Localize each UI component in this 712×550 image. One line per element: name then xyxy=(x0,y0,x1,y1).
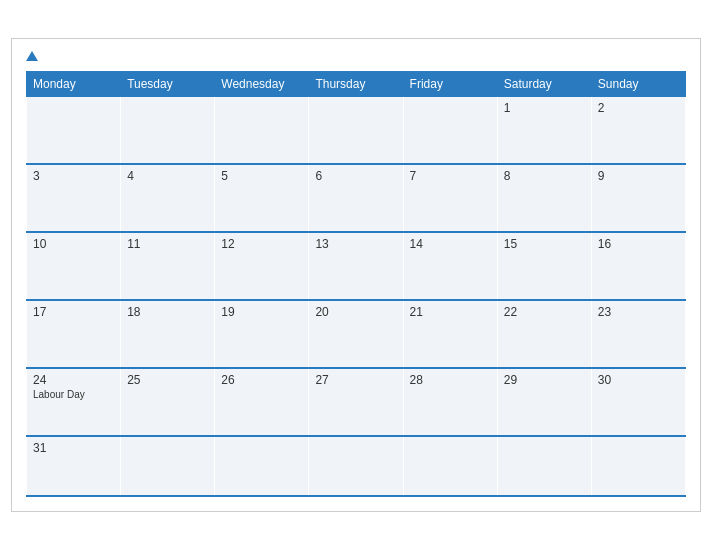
logo-area xyxy=(26,51,40,61)
calendar-cell: 9 xyxy=(591,164,685,232)
day-number: 3 xyxy=(33,169,114,183)
calendar-cell: 4 xyxy=(121,164,215,232)
calendar-cell: 7 xyxy=(403,164,497,232)
calendar-cell: 31 xyxy=(27,436,121,496)
calendar-cell xyxy=(403,436,497,496)
calendar-cell: 28 xyxy=(403,368,497,436)
day-number: 12 xyxy=(221,237,302,251)
day-number: 30 xyxy=(598,373,679,387)
calendar-cell xyxy=(403,96,497,164)
logo-triangle-icon xyxy=(26,51,38,61)
calendar-cell: 21 xyxy=(403,300,497,368)
day-number: 19 xyxy=(221,305,302,319)
week-row-3: 17181920212223 xyxy=(27,300,686,368)
calendar-cell xyxy=(27,96,121,164)
weekday-header-tuesday: Tuesday xyxy=(121,71,215,96)
calendar-cell xyxy=(591,436,685,496)
calendar-wrapper: MondayTuesdayWednesdayThursdayFridaySatu… xyxy=(11,38,701,513)
calendar-cell xyxy=(309,436,403,496)
calendar-grid: MondayTuesdayWednesdayThursdayFridaySatu… xyxy=(26,71,686,498)
holiday-label: Labour Day xyxy=(33,389,114,400)
day-number: 4 xyxy=(127,169,208,183)
calendar-cell xyxy=(121,436,215,496)
week-row-4: 24Labour Day252627282930 xyxy=(27,368,686,436)
day-number: 24 xyxy=(33,373,114,387)
weekday-header-sunday: Sunday xyxy=(591,71,685,96)
weekday-header-row: MondayTuesdayWednesdayThursdayFridaySatu… xyxy=(27,71,686,96)
calendar-cell: 16 xyxy=(591,232,685,300)
calendar-cell: 14 xyxy=(403,232,497,300)
week-row-1: 3456789 xyxy=(27,164,686,232)
calendar-cell: 30 xyxy=(591,368,685,436)
calendar-cell xyxy=(497,436,591,496)
day-number: 21 xyxy=(410,305,491,319)
calendar-cell: 24Labour Day xyxy=(27,368,121,436)
calendar-cell xyxy=(309,96,403,164)
calendar-cell xyxy=(215,436,309,496)
week-row-5: 31 xyxy=(27,436,686,496)
day-number: 7 xyxy=(410,169,491,183)
calendar-cell: 25 xyxy=(121,368,215,436)
calendar-cell: 26 xyxy=(215,368,309,436)
calendar-cell: 27 xyxy=(309,368,403,436)
calendar-cell: 5 xyxy=(215,164,309,232)
day-number: 8 xyxy=(504,169,585,183)
calendar-cell: 20 xyxy=(309,300,403,368)
day-number: 5 xyxy=(221,169,302,183)
weekday-header-wednesday: Wednesday xyxy=(215,71,309,96)
day-number: 13 xyxy=(315,237,396,251)
calendar-cell: 10 xyxy=(27,232,121,300)
calendar-cell: 15 xyxy=(497,232,591,300)
weekday-header-saturday: Saturday xyxy=(497,71,591,96)
calendar-cell: 12 xyxy=(215,232,309,300)
week-row-2: 10111213141516 xyxy=(27,232,686,300)
calendar-cell: 13 xyxy=(309,232,403,300)
calendar-cell: 29 xyxy=(497,368,591,436)
day-number: 22 xyxy=(504,305,585,319)
calendar-cell: 23 xyxy=(591,300,685,368)
day-number: 20 xyxy=(315,305,396,319)
day-number: 15 xyxy=(504,237,585,251)
day-number: 18 xyxy=(127,305,208,319)
day-number: 2 xyxy=(598,101,679,115)
day-number: 11 xyxy=(127,237,208,251)
calendar-cell: 6 xyxy=(309,164,403,232)
calendar-cell: 11 xyxy=(121,232,215,300)
week-row-0: 12 xyxy=(27,96,686,164)
calendar-cell: 22 xyxy=(497,300,591,368)
calendar-cell: 1 xyxy=(497,96,591,164)
day-number: 26 xyxy=(221,373,302,387)
calendar-cell xyxy=(121,96,215,164)
day-number: 10 xyxy=(33,237,114,251)
day-number: 1 xyxy=(504,101,585,115)
weekday-header-thursday: Thursday xyxy=(309,71,403,96)
day-number: 28 xyxy=(410,373,491,387)
calendar-cell: 2 xyxy=(591,96,685,164)
day-number: 29 xyxy=(504,373,585,387)
calendar-cell: 17 xyxy=(27,300,121,368)
day-number: 31 xyxy=(33,441,114,455)
day-number: 23 xyxy=(598,305,679,319)
calendar-header xyxy=(26,49,686,63)
day-number: 9 xyxy=(598,169,679,183)
logo-blue-text xyxy=(26,51,40,61)
day-number: 25 xyxy=(127,373,208,387)
day-number: 16 xyxy=(598,237,679,251)
calendar-cell: 18 xyxy=(121,300,215,368)
day-number: 6 xyxy=(315,169,396,183)
day-number: 14 xyxy=(410,237,491,251)
calendar-cell: 8 xyxy=(497,164,591,232)
day-number: 17 xyxy=(33,305,114,319)
calendar-cell: 3 xyxy=(27,164,121,232)
calendar-cell: 19 xyxy=(215,300,309,368)
calendar-cell xyxy=(215,96,309,164)
weekday-header-friday: Friday xyxy=(403,71,497,96)
weekday-header-monday: Monday xyxy=(27,71,121,96)
day-number: 27 xyxy=(315,373,396,387)
